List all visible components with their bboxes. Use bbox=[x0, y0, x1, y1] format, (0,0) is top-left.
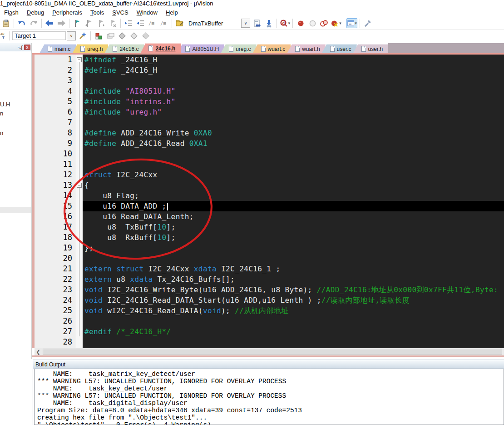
line-number[interactable]: 11 bbox=[35, 159, 76, 170]
line-number[interactable]: 18 bbox=[35, 232, 76, 243]
line-number[interactable]: 12 bbox=[35, 170, 76, 180]
tab-24c16.h[interactable]: 24c16.h bbox=[140, 43, 181, 53]
line-number[interactable]: 28 bbox=[35, 337, 76, 347]
tab-wuart.c[interactable]: wuart.c bbox=[253, 44, 291, 53]
code-line-6[interactable]: #include "ureg.h" bbox=[83, 107, 504, 117]
code-line-8[interactable]: #define ADD_24C16_Write 0XA0 bbox=[83, 128, 504, 138]
menu-item-flash[interactable]: Flash bbox=[0, 8, 23, 17]
bookmark-prev-icon[interactable] bbox=[84, 18, 94, 28]
code-line-2[interactable]: #define _24C16_H bbox=[83, 65, 504, 75]
batch-clean-icon[interactable] bbox=[140, 31, 151, 41]
code-line-14[interactable]: u8 Flag; bbox=[83, 190, 504, 201]
line-number[interactable]: 17 bbox=[35, 222, 76, 232]
code-line-16[interactable]: u16 Read_DATA_Lenth; bbox=[83, 211, 504, 222]
pin-icon[interactable]: ◦˶ʃ bbox=[18, 45, 22, 50]
line-number[interactable]: 1 bbox=[35, 55, 76, 65]
uncomment-icon[interactable]: /≢ bbox=[158, 18, 169, 28]
build-output-header[interactable]: Build Output bbox=[33, 360, 504, 369]
line-number[interactable]: 25 bbox=[35, 305, 76, 316]
code-line-12[interactable]: struct I2C_24Cxx bbox=[83, 170, 504, 180]
dropdown-caret-icon[interactable]: ▾ bbox=[355, 21, 357, 25]
line-number[interactable]: 23 bbox=[35, 285, 76, 295]
tab-24c16.c[interactable]: 24c16.c bbox=[104, 44, 144, 53]
batch-rebuild-icon[interactable] bbox=[128, 31, 139, 41]
breakpoint-disable-all-icon[interactable] bbox=[319, 18, 330, 28]
search-combo-value[interactable]: DmaTxBuffer bbox=[187, 20, 240, 27]
code-line-9[interactable]: #define ADD_24C16_Read 0XA1 bbox=[83, 138, 504, 149]
code-line-15[interactable]: u16 DATA_ADD ; bbox=[83, 201, 504, 211]
code-line-13[interactable]: { bbox=[83, 180, 504, 190]
line-number[interactable]: 13 bbox=[35, 180, 76, 190]
menu-item-window[interactable]: Window bbox=[133, 8, 162, 17]
code-line-1[interactable]: #ifndef _24C16_H bbox=[83, 55, 504, 65]
code-line-18[interactable]: u8 RxBuff[10]; bbox=[83, 232, 504, 243]
batch-build-icon[interactable] bbox=[117, 31, 128, 41]
line-number[interactable]: 7 bbox=[35, 117, 76, 128]
line-number[interactable]: 2 bbox=[35, 65, 76, 75]
find-in-files-icon[interactable] bbox=[174, 18, 185, 28]
outdent-icon[interactable] bbox=[135, 18, 146, 28]
code-line-4[interactable]: #include "AI8051U.H" bbox=[83, 86, 504, 96]
line-number[interactable]: 4 bbox=[35, 86, 76, 96]
target-select[interactable]: Target 1∨ bbox=[12, 31, 76, 40]
menu-item-debug[interactable]: Debug bbox=[23, 8, 48, 17]
code-line-7[interactable] bbox=[83, 117, 504, 128]
line-number[interactable]: 22 bbox=[35, 274, 76, 285]
line-number[interactable]: 14 bbox=[35, 190, 76, 201]
search-combo[interactable]: DmaTxBuffer∨ bbox=[187, 19, 250, 28]
horizontal-scrollbar[interactable]: ❮ bbox=[35, 348, 504, 355]
tab-ureg.h[interactable]: ureg.h bbox=[72, 44, 108, 53]
paste-icon[interactable] bbox=[0, 18, 11, 28]
redo-icon[interactable] bbox=[28, 18, 39, 28]
code-line-3[interactable] bbox=[83, 75, 504, 86]
code-line-23[interactable]: void I2C_24C16_Write_Byte(u16 ADD_24C16,… bbox=[83, 285, 504, 295]
line-number[interactable]: 20 bbox=[35, 253, 76, 264]
incremental-find-icon[interactable] bbox=[263, 18, 274, 28]
line-number[interactable]: 21 bbox=[35, 264, 76, 274]
close-icon[interactable]: x bbox=[24, 45, 30, 50]
tab-user.c[interactable]: user.c bbox=[322, 44, 357, 53]
combo-dropdown-icon[interactable]: ∨ bbox=[241, 19, 250, 28]
fold-margin[interactable]: −− bbox=[76, 55, 83, 348]
bookmark-next-icon[interactable] bbox=[95, 18, 106, 28]
line-number[interactable]: 3 bbox=[35, 75, 76, 86]
search-document-icon[interactable] bbox=[252, 18, 262, 28]
fold-collapse-icon[interactable]: − bbox=[77, 183, 82, 188]
target-options-icon[interactable] bbox=[77, 31, 88, 41]
menu-item-peripherals[interactable]: Peripherals bbox=[48, 8, 86, 17]
configure-icon[interactable] bbox=[362, 18, 373, 28]
code-line-21[interactable]: extern struct I2C_24Cxx xdata I2C_24C16_… bbox=[83, 264, 504, 274]
code-line-11[interactable] bbox=[83, 159, 504, 170]
bookmark-clear-icon[interactable] bbox=[107, 18, 118, 28]
multi-project-icon[interactable] bbox=[105, 31, 116, 41]
line-number[interactable]: 19 bbox=[35, 243, 76, 253]
quick-find-icon[interactable]: d▾ bbox=[279, 18, 290, 28]
breakpoint-kill-all-icon[interactable]: ▾ bbox=[331, 18, 341, 28]
tab-ureg.c[interactable]: ureg.c bbox=[221, 44, 256, 53]
line-number[interactable]: 24 bbox=[35, 295, 76, 305]
line-number[interactable]: 15 bbox=[35, 201, 76, 211]
line-number-gutter[interactable]: 1234567891011121314151617181920212223242… bbox=[35, 55, 76, 348]
menu-item-svcs[interactable]: SVCS bbox=[108, 8, 132, 17]
download-icon[interactable]: AD bbox=[0, 31, 7, 41]
code-line-22[interactable]: extern u8 xdata Tx_24C16_Buffs[]; bbox=[83, 274, 504, 285]
scroll-left-arrow-icon[interactable]: ❮ bbox=[35, 348, 42, 355]
fold-collapse-icon[interactable]: − bbox=[77, 57, 82, 62]
code-line-27[interactable]: #endif /*_24C16_H*/ bbox=[83, 326, 504, 337]
line-number[interactable]: 5 bbox=[35, 96, 76, 107]
line-number[interactable]: 16 bbox=[35, 211, 76, 222]
bookmark-toggle-icon[interactable] bbox=[72, 18, 83, 28]
dropdown-caret-icon[interactable]: ▾ bbox=[288, 21, 290, 25]
code-line-28[interactable] bbox=[83, 337, 504, 347]
code-line-25[interactable]: void wI2C_24C16_Read_DATA(void); //从机内部地… bbox=[83, 305, 504, 316]
code-line-10[interactable] bbox=[83, 149, 504, 159]
menu-item-tools[interactable]: Tools bbox=[86, 8, 108, 17]
tab-wuart.h[interactable]: wuart.h bbox=[287, 44, 325, 53]
code-line-20[interactable] bbox=[83, 253, 504, 264]
line-number[interactable]: 8 bbox=[35, 128, 76, 138]
project-windows-icon[interactable]: ▾ bbox=[346, 18, 357, 28]
code-area[interactable]: #ifndef _24C16_H#define _24C16_H#include… bbox=[83, 55, 504, 348]
build-output-panel[interactable]: NAME: task_matrix_key_detect/user*** WAR… bbox=[33, 369, 504, 425]
tab-user.h[interactable]: user.h bbox=[353, 44, 389, 53]
code-line-24[interactable]: void I2C_24C16_Read_DATA_Start(u16 ADD,u… bbox=[83, 295, 504, 305]
